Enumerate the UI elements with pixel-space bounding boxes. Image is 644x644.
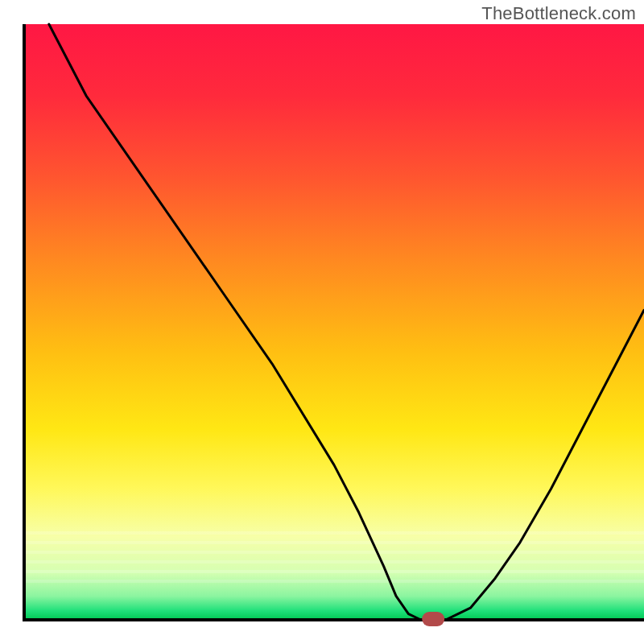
band-stripe xyxy=(24,560,644,564)
band-stripe xyxy=(24,531,644,535)
band-stripe xyxy=(24,570,644,573)
watermark-text: TheBottleneck.com xyxy=(481,3,636,24)
optimal-marker xyxy=(422,612,444,626)
chart-container: TheBottleneck.com xyxy=(0,0,644,644)
band-stripe xyxy=(24,580,644,583)
bottleneck-chart xyxy=(0,0,644,644)
gradient-background xyxy=(24,24,644,620)
plot-area xyxy=(24,24,644,626)
band-stripe xyxy=(24,541,644,544)
band-stripe xyxy=(24,551,644,554)
